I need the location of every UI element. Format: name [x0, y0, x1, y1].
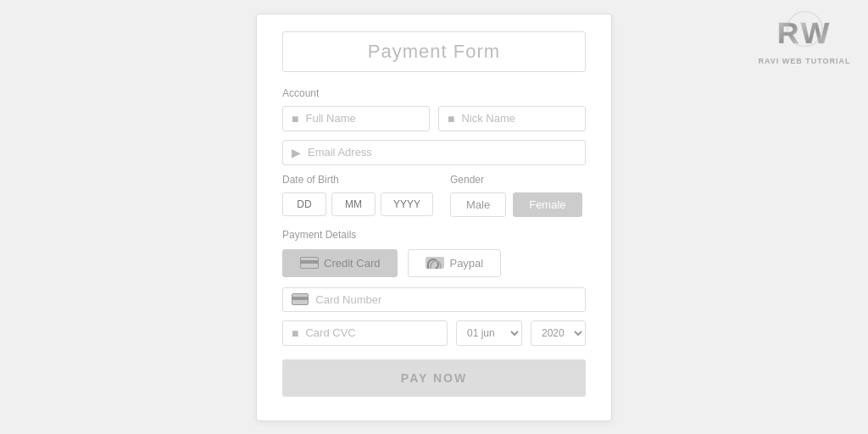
watermark: R W RAVI WEB TUTORIAL [749, 8, 860, 85]
user-icon-2: ■ [448, 112, 454, 125]
dob-mm-input[interactable] [331, 192, 376, 216]
form-title: Payment Form [368, 41, 500, 62]
svg-text:W: W [800, 16, 829, 50]
card-number-group[interactable] [282, 287, 586, 312]
email-icon: ▶ [292, 146, 301, 159]
gender-section: Gender Male Female [450, 174, 586, 217]
credit-card-button[interactable]: Credit Card [282, 249, 398, 277]
cvc-icon: ■ [292, 326, 298, 340]
dob-dd-input[interactable] [282, 192, 326, 216]
male-button[interactable]: Male [450, 192, 506, 217]
full-name-input[interactable] [305, 112, 420, 125]
paypal-icon [426, 257, 444, 269]
dob-section: Date of Birth [282, 174, 433, 216]
watermark-text: RAVI WEB TUTORIAL [758, 57, 850, 65]
name-row: ■ ■ [282, 106, 586, 131]
pay-now-button[interactable]: PAY NOW [282, 359, 586, 397]
email-group[interactable]: ▶ [282, 140, 586, 165]
dob-inputs [282, 192, 433, 216]
payment-details-label: Payment Details [282, 229, 586, 241]
expiry-year-select[interactable]: 20182019202020212022202320242025 [531, 320, 586, 346]
card-number-icon [292, 293, 309, 305]
rw-logo-svg: R W [773, 8, 837, 55]
dob-label: Date of Birth [282, 174, 433, 186]
nick-name-group[interactable]: ■ [438, 106, 586, 131]
dob-yyyy-input[interactable] [381, 192, 433, 216]
female-button[interactable]: Female [513, 192, 581, 217]
user-icon: ■ [292, 112, 298, 125]
paypal-label: Paypal [449, 257, 483, 270]
cvc-expiry-row: ■ 01 jan01 feb01 mar01 apr01 may01 jun01… [282, 320, 586, 346]
account-label: Account [282, 87, 586, 99]
credit-card-label: Credit Card [324, 257, 380, 270]
paypal-button[interactable]: Paypal [408, 249, 501, 277]
card-number-input[interactable] [315, 293, 576, 306]
gender-label: Gender [450, 174, 586, 186]
payment-form-card: Payment Form Account ■ ■ ▶ Date of Birth… [256, 14, 612, 421]
email-input[interactable] [308, 146, 576, 159]
card-cvc-group[interactable]: ■ [282, 320, 448, 346]
credit-card-icon [300, 257, 319, 269]
gender-buttons: Male Female [450, 192, 586, 217]
expiry-month-select[interactable]: 01 jan01 feb01 mar01 apr01 may01 jun01 j… [456, 320, 522, 346]
card-cvc-input[interactable] [305, 326, 438, 339]
nick-name-input[interactable] [461, 112, 576, 125]
form-title-box: Payment Form [282, 31, 586, 72]
payment-methods: Credit Card Paypal [282, 249, 586, 277]
dob-gender-row: Date of Birth Gender Male Female [282, 174, 586, 217]
full-name-group[interactable]: ■ [282, 106, 430, 131]
